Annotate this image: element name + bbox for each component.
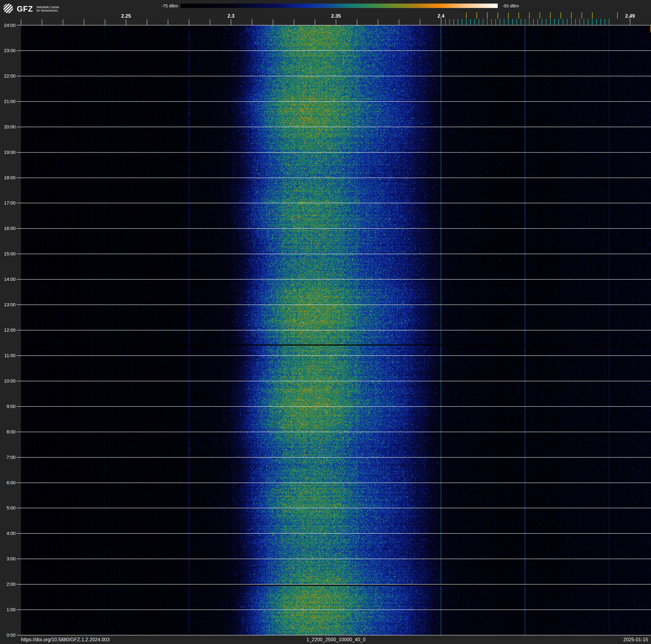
ble-channel-tick (584, 19, 584, 25)
hour-gridline (17, 533, 651, 534)
freq-minor-tick (42, 19, 42, 25)
ble-channel-tick (592, 19, 593, 25)
ble-channel-tick (458, 19, 458, 25)
hour-gridline (17, 457, 651, 458)
ble-channel-tick (466, 19, 467, 25)
time-tick-label: 23:00 (0, 48, 16, 53)
colorbar-max-label: -55 dBm (502, 4, 519, 8)
ble-channel-tick (470, 19, 471, 25)
ble-channel-tick (474, 19, 475, 25)
doi-text: https://doi.org/10.5880/GFZ.1.2.2024.003 (21, 637, 110, 643)
time-tick-label: 14:00 (0, 276, 16, 282)
freq-minor-tick (357, 19, 357, 25)
time-tick-label: 3:00 (0, 556, 16, 562)
freq-tick-label: 2.3 (227, 13, 235, 19)
time-tick-label: 4:00 (0, 531, 16, 536)
hour-gridline (17, 279, 651, 280)
freq-major-tick (441, 17, 441, 25)
freq-tick-label: 2.35 (331, 13, 341, 19)
hour-gridline (17, 584, 651, 585)
ble-channel-tick (554, 19, 555, 25)
ble-channel-tick (491, 19, 492, 25)
hour-gridline (17, 559, 651, 559)
freq-minor-tick (84, 19, 84, 25)
ble-channel-tick (529, 19, 530, 25)
hour-gridline (17, 76, 651, 76)
freq-minor-tick (210, 19, 210, 25)
gfz-logo (3, 3, 14, 14)
freq-minor-tick (336, 19, 336, 25)
brand-text: GFZ (17, 5, 33, 13)
hour-gridline (17, 635, 651, 635)
ble-channel-tick (550, 19, 551, 25)
time-tick-label: 12:00 (0, 327, 16, 333)
time-tick-label: 19:00 (0, 150, 16, 155)
freq-minor-tick (21, 19, 21, 25)
wifi-channel-tick (617, 12, 618, 19)
freq-minor-tick (105, 19, 105, 25)
freq-minor-tick (378, 19, 378, 25)
ble-channel-tick (462, 19, 462, 25)
time-tick-label: 21:00 (0, 99, 16, 104)
time-tick-label: 0:00 (0, 633, 16, 638)
wifi-channel-tick (582, 12, 582, 19)
spectrogram-page: GFZ Helmholtz Centre for Geosciences -75… (0, 0, 651, 644)
freq-minor-tick (420, 19, 420, 25)
ble-channel-tick (537, 19, 538, 25)
wifi-channel-tick (466, 12, 467, 19)
ble-channel-tick (604, 19, 605, 25)
time-tick-label: 8:00 (0, 429, 16, 435)
hour-gridline (17, 610, 651, 610)
ble-channel-tick (512, 19, 513, 25)
wifi-channel-tick (529, 12, 530, 19)
hour-gridline (17, 304, 651, 305)
freq-minor-tick (315, 19, 315, 25)
hour-gridline (17, 228, 651, 229)
spectrogram-heatmap (21, 25, 651, 635)
time-tick-label: 6:00 (0, 480, 16, 486)
ble-channel-tick (525, 19, 525, 25)
ble-channel-tick (558, 19, 559, 25)
ble-channel-tick (563, 19, 563, 25)
ble-channel-tick (495, 19, 496, 25)
ble-channel-tick (541, 19, 542, 25)
time-tick-label: 2:00 (0, 582, 16, 587)
brand-subtitle-line1: Helmholtz Centre (36, 5, 59, 9)
freq-major-tick (630, 17, 630, 25)
freq-minor-tick (252, 19, 252, 25)
time-tick-label: 15:00 (0, 251, 16, 257)
ble-channel-tick (575, 19, 576, 25)
ble-channel-tick (521, 19, 521, 25)
time-tick-label: 11:00 (0, 353, 16, 358)
brand-subtitle: Helmholtz Centre for Geosciences (36, 5, 59, 12)
ble-channel-tick (596, 19, 597, 25)
ble-channel-tick (533, 19, 534, 25)
wifi-channel-tick (508, 12, 508, 19)
hour-gridline (17, 101, 651, 102)
hour-gridline (17, 254, 651, 254)
freq-tick-label: 2.25 (121, 13, 131, 19)
ble-channel-tick (567, 19, 567, 25)
date-text: 2025-01-15 (623, 637, 648, 643)
freq-minor-tick (126, 19, 126, 25)
time-tick-label: 1:00 (0, 607, 16, 612)
ble-channel-tick (478, 19, 479, 25)
hour-gridline (17, 381, 651, 381)
wifi-channel-tick (487, 12, 488, 19)
freq-minor-tick (231, 19, 231, 25)
hour-gridline (17, 152, 651, 153)
time-tick-label: 24:00 (0, 23, 16, 28)
freq-minor-tick (294, 19, 294, 25)
ble-channel-tick (445, 19, 445, 25)
freq-minor-tick (168, 19, 168, 25)
hour-gridline (17, 432, 651, 432)
wifi-channel-tick (476, 12, 477, 19)
ble-channel-tick (579, 19, 580, 25)
freq-minor-tick (189, 19, 189, 25)
time-tick-label: 13:00 (0, 302, 16, 308)
time-tick-label: 17:00 (0, 200, 16, 206)
hour-gridline (17, 127, 651, 127)
hour-gridline (17, 330, 651, 330)
hour-gridline (17, 406, 651, 407)
colorbar-min-label: -75 dBm (145, 4, 178, 8)
